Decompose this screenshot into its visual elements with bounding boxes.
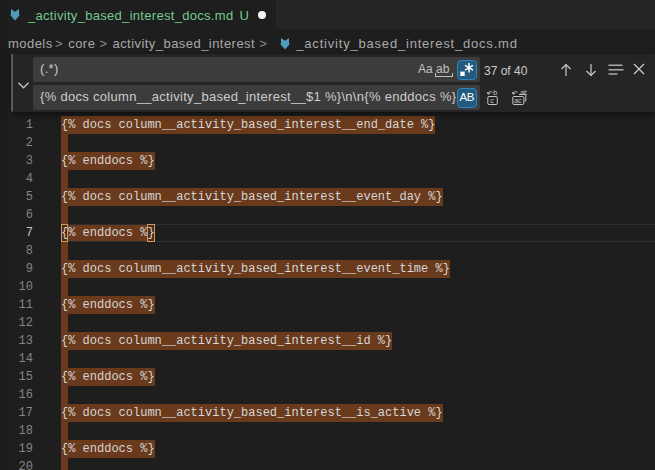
svg-text:b: b [493, 90, 497, 96]
svg-text:c: c [490, 97, 494, 104]
svg-text:ac: ac [514, 97, 522, 104]
svg-text:ab: ab [520, 90, 527, 96]
